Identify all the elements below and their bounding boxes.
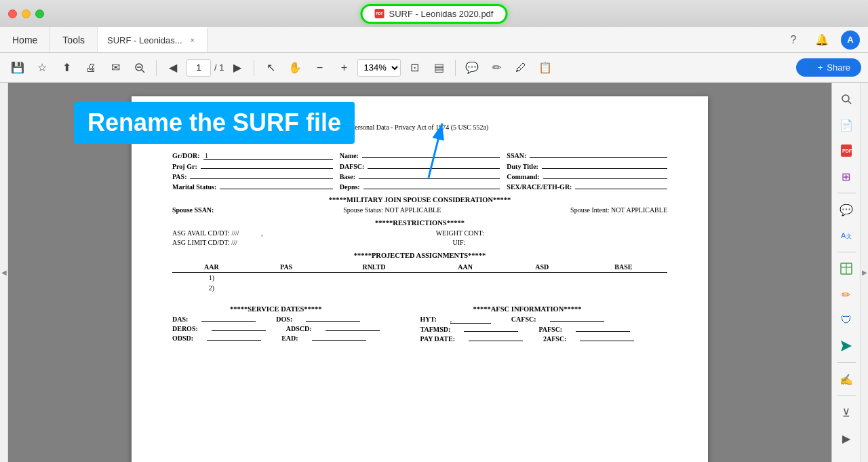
prev-page-button[interactable]: ◀ bbox=[162, 57, 184, 79]
minimize-button[interactable] bbox=[22, 9, 31, 18]
sidebar-translate-icon[interactable]: A文 bbox=[835, 225, 857, 246]
label-base: Base: bbox=[340, 173, 355, 180]
menu-tools[interactable]: Tools bbox=[50, 27, 98, 52]
sidebar-pen-icon[interactable]: ✏ bbox=[835, 284, 857, 305]
tafmsd-label: TAFMSD: bbox=[420, 326, 451, 333]
sidebar-table-icon[interactable] bbox=[835, 258, 857, 280]
odsd-value bbox=[207, 340, 261, 341]
label-sexrace: SEX/RACE/ETH-GR: bbox=[507, 183, 572, 191]
annotation-label: Rename the SURF file bbox=[74, 102, 355, 144]
label-pas: PAS: bbox=[172, 173, 186, 180]
next-page-button[interactable]: ▶ bbox=[226, 57, 248, 79]
close-button[interactable] bbox=[8, 9, 17, 18]
form-button[interactable]: 📋 bbox=[534, 57, 556, 79]
comment-button[interactable]: 💬 bbox=[461, 57, 483, 79]
odsd-label: ODSD: bbox=[172, 334, 193, 342]
tafmsd-value bbox=[464, 331, 518, 332]
proj-assign-table: AAR PAS RNLTD AAN ASD BASE 1) bbox=[172, 262, 667, 293]
active-tab-pill[interactable]: PDF SURF - Leonidas 2020.pdf bbox=[361, 4, 508, 24]
stamp-button[interactable]: 🖊 bbox=[510, 57, 532, 79]
field-pas: PAS: bbox=[172, 173, 333, 180]
tab-label: SURF - Leonidas... bbox=[107, 35, 182, 45]
field-dutytitle: Duty Title: bbox=[507, 163, 667, 170]
svg-point-5 bbox=[842, 95, 849, 102]
upload-button[interactable]: ⬆ bbox=[56, 57, 77, 79]
fullscreen-button[interactable] bbox=[35, 9, 44, 18]
sidebar-search-icon[interactable] bbox=[835, 88, 857, 110]
row2-asd bbox=[505, 283, 580, 293]
share-button[interactable]: 👤+ Share bbox=[796, 58, 861, 77]
field-marital: Marital Status: bbox=[172, 183, 333, 191]
label-ssan: SSAN: bbox=[507, 152, 526, 159]
value-marital bbox=[220, 189, 332, 189]
document-tab[interactable]: SURF - Leonidas... × bbox=[98, 27, 208, 52]
tab-title-text: SURF - Leonidas 2020.pdf bbox=[389, 9, 494, 19]
rs-separator-3 bbox=[837, 362, 856, 363]
row1-num: 1) bbox=[172, 273, 251, 284]
spouse-status-label: Spouse Status: NOT APPLICABLE bbox=[343, 206, 441, 214]
sidebar-pdf-icon[interactable]: PDF bbox=[835, 140, 857, 161]
zoom-minus-button[interactable]: − bbox=[309, 57, 330, 79]
fit-page-button[interactable]: ⊡ bbox=[403, 57, 425, 79]
spouse-row: Spouse SSAN: Spouse Status: NOT APPLICAB… bbox=[172, 206, 667, 214]
separator-2 bbox=[254, 60, 254, 76]
asg-limit-row: ASG LIMIT CD/DT: /// UIF: bbox=[172, 239, 667, 246]
value-ssan bbox=[530, 157, 667, 158]
dos-value bbox=[306, 321, 360, 322]
service-dates-title: *****SERVICE DATES***** bbox=[172, 305, 380, 313]
row1-aan bbox=[426, 273, 505, 284]
row1-pas bbox=[251, 273, 322, 284]
bookmark-button[interactable]: ☆ bbox=[31, 57, 53, 79]
sidebar-signature-icon[interactable]: ✍ bbox=[835, 368, 857, 390]
sidebar-document-icon[interactable]: 📄 bbox=[835, 114, 857, 136]
left-panel-toggle[interactable]: ◀ bbox=[0, 83, 8, 462]
label-dutytitle: Duty Title: bbox=[507, 163, 538, 170]
page-number-input[interactable] bbox=[186, 59, 211, 77]
tab-close-button[interactable]: × bbox=[187, 35, 198, 46]
zoom-select[interactable]: 134% 100% 75% 50% bbox=[357, 59, 401, 77]
title-bar-center: PDF SURF - Leonidas 2020.pdf bbox=[361, 4, 508, 24]
value-pas bbox=[190, 178, 332, 179]
rs-separator-4 bbox=[837, 396, 856, 396]
page-view-button[interactable]: ▤ bbox=[428, 57, 450, 79]
field-dafsc: DAFSC: bbox=[340, 163, 500, 170]
help-button[interactable]: ? bbox=[784, 31, 803, 50]
col-aan: AAN bbox=[426, 262, 505, 273]
row2-num: 2) bbox=[172, 283, 251, 293]
zoom-plus-button[interactable]: + bbox=[333, 57, 355, 79]
pdf-file-icon: PDF bbox=[375, 9, 384, 18]
svg-marker-14 bbox=[841, 341, 852, 351]
sidebar-send-icon[interactable] bbox=[835, 335, 857, 357]
sidebar-arrow-icon[interactable]: ▶ bbox=[835, 427, 857, 449]
sidebar-expand-icon[interactable]: ⊻ bbox=[835, 402, 857, 423]
menu-home[interactable]: Home bbox=[0, 27, 50, 52]
zoom-out-icon[interactable] bbox=[129, 57, 151, 79]
email-button[interactable]: ✉ bbox=[104, 57, 126, 79]
military-join-title: *****MILITARY JOIN SPOUSE CONSIDERATION*… bbox=[172, 196, 667, 204]
value-grdor: 1 bbox=[203, 152, 333, 160]
cafsc-value bbox=[550, 321, 604, 322]
sidebar-shield-icon[interactable]: 🛡 bbox=[835, 309, 857, 331]
cursor-tool[interactable]: ↖ bbox=[260, 57, 281, 79]
save-button[interactable]: 💾 bbox=[7, 57, 28, 79]
pdf-area: Rename the SURF file Personal Data - Pri… bbox=[8, 83, 831, 462]
label-projgr: Proj Gr: bbox=[172, 163, 197, 170]
notifications-button[interactable]: 🔔 bbox=[812, 31, 831, 50]
sidebar-grid-icon[interactable]: ⊞ bbox=[835, 166, 857, 187]
value-sexrace bbox=[575, 189, 667, 189]
print-button[interactable]: 🖨 bbox=[80, 57, 102, 79]
das-row: DAS: DOS: bbox=[172, 315, 380, 323]
sidebar-comment-icon[interactable]: 💬 bbox=[835, 199, 857, 220]
toolbar: 💾 ☆ ⬆ 🖨 ✉ ◀ / 1 ▶ ↖ ✋ − + 134% 100% 75% … bbox=[0, 53, 868, 83]
table-row: 1) bbox=[172, 273, 667, 284]
value-name bbox=[362, 157, 500, 158]
value-depns bbox=[363, 189, 500, 189]
ead-value bbox=[312, 340, 366, 341]
hand-tool[interactable]: ✋ bbox=[284, 57, 306, 79]
edit-button[interactable]: ✏ bbox=[486, 57, 507, 79]
spouse-ssan-label: Spouse SSAN: bbox=[172, 206, 214, 214]
right-panel-toggle[interactable]: ▶ bbox=[860, 83, 868, 462]
right-sidebar: 📄 PDF ⊞ 💬 A文 ✏ 🛡 ✍ ⊻ ▶ bbox=[831, 83, 860, 462]
avatar[interactable]: A bbox=[841, 31, 860, 50]
adscd-value bbox=[326, 330, 380, 331]
